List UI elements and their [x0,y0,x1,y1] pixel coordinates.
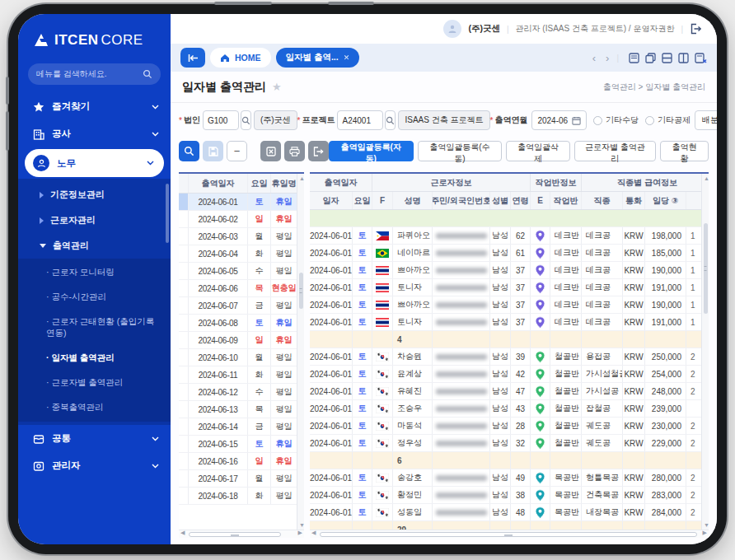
subtotal-row[interactable]: 4 [310,331,701,348]
sidebar-item-favorites[interactable]: 즐겨찾기 [18,93,171,120]
worker-attendance-row[interactable]: 2024-06-01토송강호남성49목공반형틀목공KRW280,0002 [310,469,701,487]
close-all-icon[interactable] [695,53,707,63]
favorite-star-icon[interactable]: ★ [272,81,282,93]
close-icon[interactable]: ✕ [344,54,350,62]
sidebar-item-common[interactable]: 공통 [18,425,171,452]
submenu-item-worker-mgmt[interactable]: 근로자관리 [18,208,171,233]
distribute-button[interactable]: 배분 [695,110,717,130]
month-picker[interactable]: 2024-06 [531,110,587,130]
submenu-item-attendance[interactable]: 출역관리 [18,233,171,259]
sidebar-item-labor[interactable]: 노무 [25,149,164,177]
save-button[interactable] [203,141,223,161]
date-row[interactable]: 2024-06-17월평일 [179,470,304,488]
worker-attendance-row[interactable]: 2024-06-01토토니자남성37데크반데크공KRW191,0001 [310,279,701,296]
date-table-vscrollbar[interactable]: ▲▼ [297,174,304,530]
scrollbar-thumb[interactable] [320,532,697,537]
subtotal-count: 29 [393,521,433,530]
radio-extra-allowance[interactable]: 기타수당 [593,114,639,126]
submenu-item-worker-attendance[interactable]: · 근로자별 출역관리 [18,371,171,395]
submenu-item-worker-monitoring[interactable]: · 근로자 모니터링 [18,260,171,285]
export-button[interactable] [308,141,329,161]
bulk-register-manual-button[interactable]: 출역일괄등록(수동) [418,141,503,161]
radio-extra-deduction[interactable]: 기타공제 [645,114,691,126]
date-row[interactable]: 2024-06-03월평일 [179,228,304,245]
project-code-input[interactable] [337,110,383,130]
date-row[interactable]: 2024-06-14금평일 [179,418,304,436]
bulk-register-auto-button[interactable]: 출역일괄등록(자동) [329,141,414,161]
worker-attendance-row[interactable]: 2024-06-01토성동일남성48목공반내장목공KRW284,0002 [310,504,701,521]
corp-code-input[interactable] [203,110,239,130]
date-row[interactable]: 2024-06-11화평일 [179,366,304,384]
submenu-item-manhour-time[interactable]: · 공수-시간관리 [18,285,171,310]
date-table-hscrollbar[interactable]: ◀▶ [179,530,304,538]
worker-attendance-row[interactable]: 2024-06-01토정우성남성32철골반궤도공KRW229,0002 [310,435,701,452]
sidebar-item-admin[interactable]: 관리자 [18,452,171,479]
date-row[interactable]: 2024-06-13목평일 [179,401,304,418]
group-separator-row[interactable] [310,210,701,227]
worker-attendance-row[interactable]: 2024-06-01토차승원남성39철골반용접공KRW250,0002 [310,348,701,366]
scrollbar-thumb[interactable] [704,223,708,314]
submenu-item-daily-attendance[interactable]: · 일자별 출역관리 [18,346,171,371]
date-row[interactable]: 2024-06-07금평일 [179,297,304,315]
date-row[interactable]: 2024-06-10월평일 [179,349,304,366]
worker-attendance-row[interactable]: 2024-06-01토윤계상남성42철골반가시설철골공KRW254,0002 [310,366,701,383]
collapse-rows-button[interactable]: − [227,141,247,161]
subtotal-row[interactable]: 6 [310,452,701,469]
attendance-status-button[interactable]: 출역현황 [660,141,709,161]
submenu-item-work-status[interactable]: · 근로자 근태현황 (출입기록연동) [18,310,171,346]
column-header: 통화 [623,192,645,209]
worker-attendance-row[interactable]: 2024-06-01토토니자남성37데크반데크공KRW191,0001 [310,314,701,331]
worker-attendance-row[interactable]: 2024-06-01토쁘아까오남성37데크반데크공KRW190,0001 [310,296,701,314]
excel-export-button[interactable] [260,141,281,161]
worker-attendance-row[interactable]: 2024-06-01토황정민남성38목공반건축목공KRW283,0002 [310,487,701,504]
project-search-button[interactable] [385,110,396,130]
tab-next-arrow[interactable]: › [603,52,611,64]
date-row[interactable]: 2024-06-06목현충일 [179,280,304,297]
date-row[interactable]: 2024-06-04화평일 [179,245,304,263]
bulk-delete-button[interactable]: 출역일괄삭제 [506,141,570,161]
date-row[interactable]: 2024-06-16일휴일 [179,453,304,470]
worker-attendance-row[interactable]: 2024-06-01토조승우남성43철골반잡철공KRW239,000 [310,400,701,418]
currency: KRW [623,314,645,330]
tab-prev-arrow[interactable]: ‹ [590,52,598,64]
holiday-name: 휴일 [271,453,297,469]
date-row[interactable]: 2024-06-02일휴일 [179,211,304,228]
date-row[interactable]: 2024-06-15토휴일 [179,436,304,453]
attendance-table-vscrollbar[interactable]: ▲▼ [701,174,709,530]
date-row[interactable]: 2024-06-01토휴일 [179,194,304,211]
date-row[interactable]: 2024-06-05수평일 [179,263,304,280]
split-horizontal-icon[interactable] [662,53,672,63]
avatar[interactable] [443,20,461,38]
search-button[interactable] [179,141,199,161]
worker-attendance-row[interactable]: 2024-06-01토쁘아까오남성37데크반데크공KRW190,0001 [310,262,701,279]
split-vertical-icon[interactable] [678,53,689,63]
corp-search-button[interactable] [241,110,251,130]
date-row[interactable]: 2024-06-09일휴일 [179,332,304,349]
submenu-item-duplicate-attendance[interactable]: · 중복출역관리 [18,395,171,420]
sidebar-item-construction[interactable]: 공사 [18,120,171,147]
print-button[interactable] [284,141,305,161]
worker-attendance-button[interactable]: 근로자별 출역관리 [574,141,656,161]
scrollbar-thumb[interactable] [189,532,281,537]
date-row[interactable]: 2024-06-18화평일 [179,488,304,505]
scrollbar-thumb[interactable] [299,273,303,309]
tab-home[interactable]: HOME [210,48,271,68]
submenu-scrollbar[interactable] [166,184,169,243]
worker-name: 토니자 [393,279,433,296]
date-row[interactable]: 2024-06-12수평일 [179,384,304,401]
menu-search-input[interactable]: 메뉴를 검색하세요. [28,63,161,85]
submenu-item-base-info[interactable]: 기준정보관리 [18,182,171,208]
worker-attendance-row[interactable]: 2024-06-01토파퀴아오남성62데크반데크공KRW198,0001 [310,227,701,245]
logout-icon[interactable] [690,23,702,35]
worker-name: 차승원 [393,348,433,365]
sidebar-collapse-button[interactable] [180,48,205,68]
tab-daily-attendance[interactable]: 일자별 출역... ✕ [276,48,360,68]
cascade-view-icon[interactable] [645,53,656,63]
date-row[interactable]: 2024-06-08토휴일 [179,315,304,332]
attendance-table-hscrollbar[interactable]: ◀▶ [310,530,709,538]
worker-attendance-row[interactable]: 2024-06-01토마동석남성28철골반궤도공KRW230,0002 [310,418,701,435]
worker-attendance-row[interactable]: 2024-06-01토유혜진남성47철골반가시설공KRW248,0002 [310,383,701,400]
worker-attendance-row[interactable]: 2024-06-01토네이마르남성61데크반데크공KRW185,0001 [310,245,701,262]
subtotal-row[interactable]: 29 [310,521,701,530]
single-view-icon[interactable] [629,53,639,63]
